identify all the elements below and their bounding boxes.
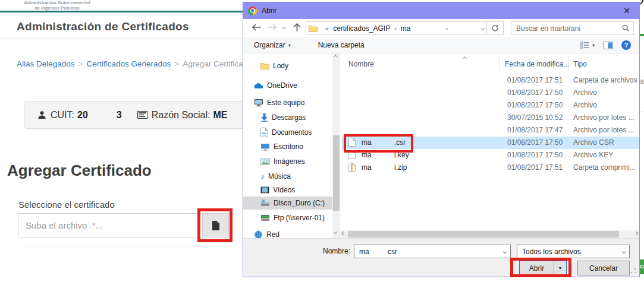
column-header-fecha[interactable]: Fecha de modifica... <box>505 60 569 68</box>
document-icon <box>260 128 268 137</box>
file-row[interactable]: 01/08/2017 17:50 Archivo <box>340 99 639 112</box>
folder-icon <box>260 62 269 69</box>
file-row[interactable]: ma i.zip 01/08/2017 17:51 Carpeta compri… <box>340 161 639 174</box>
sidebar-item-onedrive[interactable]: OneDrive <box>243 79 332 92</box>
file-row[interactable]: 01/08/2017 17:50 Archivo <box>340 87 639 99</box>
address-bar[interactable]: « certificados_AGIP › ma › <box>306 21 487 35</box>
dialog-content: Lody OneDrive Este equipo Descargas Docu… <box>243 53 639 238</box>
close-icon[interactable]: × <box>614 2 639 19</box>
forward-icon[interactable] <box>267 24 277 31</box>
form-divider <box>24 246 243 246</box>
header-accent-line <box>0 11 244 12</box>
column-divider[interactable] <box>499 56 500 71</box>
pictures-icon <box>260 158 270 165</box>
address-dropdown-chevron-icon[interactable] <box>481 26 485 30</box>
sidebar-item-videos[interactable]: Vídeos <box>243 183 332 197</box>
sort-ascending-icon <box>463 57 466 61</box>
sidebar-item-descargas[interactable]: Descargas <box>243 111 332 124</box>
breadcrumb-link-alias-delegados[interactable]: Alias Delegados <box>17 59 75 68</box>
select-certificate-label: Seleccione el certificado <box>18 199 115 210</box>
scroll-right-icon[interactable] <box>634 232 637 235</box>
page-title: Administración de Certificados <box>17 20 189 33</box>
address-separator[interactable]: › <box>446 25 448 32</box>
sidebar-item-musica[interactable]: ♪ Música <box>243 170 332 183</box>
dialog-toolbar: Organizar ▾ Nueva carpeta ▾ ? <box>243 37 639 53</box>
sidebar-item-este-equipo[interactable]: Este equipo <box>243 96 332 109</box>
breadcrumb-separator: > <box>78 59 83 68</box>
razon-social-value: ME <box>213 110 227 121</box>
sidebar-item-documentos[interactable]: Documentos <box>243 126 332 139</box>
up-icon[interactable] <box>293 23 301 32</box>
green-badge-fragment: G <box>640 259 644 274</box>
refresh-button[interactable] <box>487 21 504 35</box>
help-icon[interactable]: ? <box>621 40 631 50</box>
horizontal-scrollbar-thumb[interactable] <box>348 231 619 237</box>
file-row[interactable]: 01/08/2017 17:51 Carpeta de archivos <box>340 74 639 87</box>
column-header-nombre[interactable]: Nombre <box>348 60 374 68</box>
new-folder-button[interactable]: Nueva carpeta <box>318 41 365 49</box>
cuit-label: CUIT: <box>51 110 74 121</box>
address-crumb-folder[interactable]: ma <box>401 24 411 33</box>
chrome-icon <box>248 7 257 15</box>
column-header-tipo[interactable]: Tipo <box>573 60 587 68</box>
address-prefix[interactable]: « <box>325 25 329 32</box>
preview-pane-button[interactable] <box>603 42 613 49</box>
sidebar-item-escritorio[interactable]: Escritorio <box>243 140 332 153</box>
details-view-icon <box>580 42 589 49</box>
resize-grip[interactable] <box>630 267 637 274</box>
sidebar-scrollbar-thumb[interactable] <box>333 135 340 211</box>
address-separator[interactable]: › <box>394 25 397 32</box>
filename-dropdown-chevron-icon[interactable] <box>503 249 507 253</box>
org-name: Administración Gubernamental de Ingresos… <box>18 1 96 11</box>
dialog-footer: Nombre: ma csr Todos los archivos Abrir … <box>243 238 639 277</box>
cancel-button[interactable]: Cancelar <box>577 261 630 275</box>
open-file-dialog: Abrir × « certificados_AGIP › ma › Organ… <box>243 2 640 277</box>
music-note-icon: ♪ <box>260 172 265 180</box>
filename-combobox[interactable]: ma csr <box>354 245 511 258</box>
file-row[interactable]: 30/07/2015 10:52 Archivo por lotes ... <box>340 112 639 124</box>
filename-value-start: ma <box>359 248 369 256</box>
folder-icon <box>309 25 318 32</box>
annotation-box-selected-file <box>344 134 413 153</box>
network-drive-icon <box>260 214 270 221</box>
back-icon[interactable] <box>252 24 262 31</box>
breadcrumb: Alias Delegados>Certificados Generados>A… <box>17 59 252 68</box>
breadcrumb-current: Agregar Certificado <box>183 59 252 68</box>
column-divider[interactable] <box>568 56 569 71</box>
divider-fragment <box>640 112 644 112</box>
dialog-titlebar[interactable]: Abrir <box>243 2 639 19</box>
search-input[interactable] <box>511 22 633 34</box>
razon-social-label: Razón Social: <box>152 110 211 121</box>
cancel-button-label: Cancelar <box>589 264 618 273</box>
downloads-arrow-icon <box>260 113 268 122</box>
organize-button[interactable]: Organizar ▾ <box>254 41 291 49</box>
filetype-dropdown-chevron-icon[interactable] <box>622 249 626 253</box>
zip-file-icon <box>348 163 356 172</box>
logo-fragment <box>640 0 643 5</box>
hard-drive-icon <box>260 199 270 207</box>
header-divider <box>0 38 243 39</box>
onedrive-cloud-icon <box>254 83 263 89</box>
list-horizontal-scrollbar[interactable] <box>340 230 639 238</box>
list-header: Nombre Fecha de modifica... Tipo <box>340 56 639 71</box>
dialog-title: Abrir <box>262 7 277 15</box>
address-crumb-root[interactable]: certificados_AGIP <box>333 24 390 33</box>
section-title: Agregar Certificado <box>7 161 152 180</box>
sidebar-item-disco-duro[interactable]: Disco_Duro (C:) <box>243 197 332 210</box>
sidebar-item-imagenes[interactable]: Imágenes <box>243 155 332 168</box>
filetype-combobox[interactable]: Todos los archivos <box>517 245 630 258</box>
computer-icon <box>254 99 263 107</box>
cuit-value-end: 3 <box>117 110 122 121</box>
annotation-box-browse-button <box>197 208 233 242</box>
sidebar-item-ftp[interactable]: Ftp (\\server-01) <box>243 211 332 224</box>
view-mode-button[interactable]: ▾ <box>580 42 595 49</box>
sidebar-item-lody[interactable]: Lody <box>243 59 332 72</box>
sidebar-item-red[interactable]: Red <box>243 228 332 238</box>
search-icon[interactable] <box>622 24 630 32</box>
filename-label: Nombre: <box>279 247 350 255</box>
certificate-file-input[interactable] <box>18 213 203 237</box>
videos-icon <box>260 186 269 194</box>
scroll-left-icon[interactable] <box>342 232 345 235</box>
page-right-edge-strip: a G <box>640 0 644 282</box>
breadcrumb-link-certificados-generados[interactable]: Certificados Generados <box>86 59 171 68</box>
